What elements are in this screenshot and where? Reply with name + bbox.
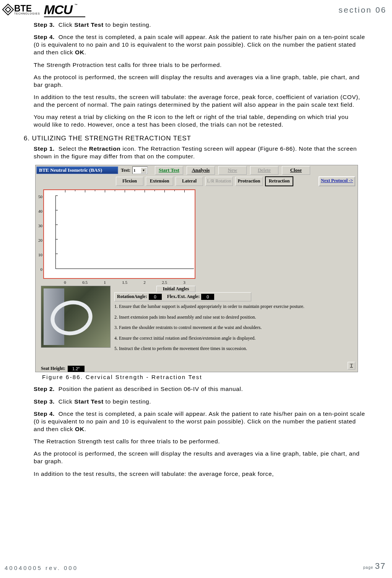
instruction-4: 4. Ensure the correct initial rotation a… bbox=[114, 335, 358, 342]
flex-ext-angle-input[interactable] bbox=[201, 294, 214, 300]
close-button[interactable]: Close bbox=[282, 166, 310, 175]
para-retraction-trials: The Retraction Strength test calls for t… bbox=[34, 438, 365, 445]
ytickmark bbox=[55, 195, 58, 196]
step-4-bottom: Step 4. Once the test is completed, a pa… bbox=[34, 410, 365, 433]
xtickmark bbox=[135, 190, 135, 191]
step-3b-bold: Start Test bbox=[74, 398, 103, 405]
app-titlebar: BTE Neutral Isometric (BAS) Test: 1 ▼ St… bbox=[36, 165, 358, 175]
xtick-1: 1 bbox=[100, 280, 109, 285]
xtickmark bbox=[184, 190, 185, 192]
initial-angles-row: RotationAngle: Flex./Ext. Angle: bbox=[114, 292, 251, 301]
ytickmark bbox=[55, 225, 58, 225]
page-header: BTE TECHNOLOGIES MCU ™ section 06 bbox=[0, 0, 392, 17]
page-indicator: page 37 bbox=[363, 561, 386, 571]
figure-caption: Figure 6-86. Cervical Strength - Retract… bbox=[42, 373, 365, 381]
tab-lateral[interactable]: Lateral bbox=[176, 177, 203, 186]
rotation-angle-input[interactable] bbox=[149, 294, 162, 300]
para-protraction-trials: The Strength Protraction test calls for … bbox=[34, 61, 365, 69]
chevron-down-icon: ▼ bbox=[141, 168, 146, 173]
mcu-text: MCU bbox=[44, 2, 72, 17]
tab-extension[interactable]: Extension bbox=[146, 177, 173, 186]
ytickmark bbox=[55, 210, 58, 210]
tab-flexion[interactable]: Flexion bbox=[116, 177, 143, 186]
new-button[interactable]: New bbox=[218, 166, 247, 175]
logo-block: BTE TECHNOLOGIES MCU ™ bbox=[4, 2, 85, 17]
instruction-2: 2. Insert extension pads into head assem… bbox=[114, 314, 358, 321]
initial-angles-title: Initial Angles bbox=[156, 286, 195, 292]
app-lower: Initial Angles RotationAngle: Flex./Ext.… bbox=[36, 286, 358, 372]
step-1-bold: Retraction bbox=[89, 145, 121, 152]
para-retest: You may retest a trial by clicking on th… bbox=[34, 113, 365, 129]
tab-lr-rotation[interactable]: L/R Rotation bbox=[205, 177, 233, 186]
delete-button[interactable]: Delete bbox=[250, 166, 278, 175]
ytick-40: 40 bbox=[34, 208, 42, 214]
bte-text: BTE bbox=[14, 5, 40, 13]
ytick-10: 10 bbox=[34, 252, 42, 257]
step-3b-pre: Click bbox=[59, 398, 75, 405]
xtickmark bbox=[115, 190, 115, 191]
step-3-bold: Start Test bbox=[74, 21, 103, 28]
page-label: page bbox=[363, 565, 373, 570]
xtickmark bbox=[145, 190, 145, 192]
bte-diamond-icon bbox=[2, 4, 14, 16]
para-tabulate-2: In addition to the test results, the scr… bbox=[34, 470, 365, 478]
x-axis bbox=[55, 269, 194, 269]
step-1-pre: Select the bbox=[59, 145, 89, 152]
doc-id: 40040005 rev. 000 bbox=[5, 565, 78, 571]
xtick-05: 0.5 bbox=[80, 280, 89, 285]
flex-ext-angle-label: Flex./Ext. Angle: bbox=[167, 294, 200, 300]
seat-height-input[interactable] bbox=[68, 366, 85, 372]
xtickmark bbox=[174, 190, 175, 191]
ytickmark bbox=[55, 239, 58, 239]
step-3-post: to begin testing. bbox=[104, 21, 151, 28]
xtickmark bbox=[164, 190, 165, 192]
start-test-button[interactable]: Start Test bbox=[155, 166, 183, 175]
xtick-2: 2 bbox=[140, 280, 149, 285]
app-window: BTE Neutral Isometric (BAS) Test: 1 ▼ St… bbox=[35, 165, 358, 372]
mcu-logo: MCU ™ bbox=[44, 2, 75, 17]
next-protocol-button[interactable]: Next Protocol -> bbox=[319, 176, 355, 186]
xtick-3: 3 bbox=[180, 280, 189, 285]
step-1: Step 1. Select the Retraction icon. The … bbox=[34, 145, 365, 160]
page-number: 37 bbox=[375, 561, 386, 571]
tab-protraction[interactable]: Protraction bbox=[235, 177, 263, 186]
bte-logo: BTE TECHNOLOGIES bbox=[4, 5, 40, 15]
tab-retraction[interactable]: Retraction bbox=[265, 176, 293, 186]
step-3-pre: Click bbox=[59, 21, 75, 28]
para-display-results: As the protocol is performed, the screen… bbox=[34, 73, 365, 89]
instruction-3: 3. Fasten the shoulder restraints to con… bbox=[114, 325, 358, 331]
step-3-prefix: Step 3. bbox=[34, 21, 55, 28]
app-title: BTE Neutral Isometric (BAS) bbox=[36, 166, 118, 174]
instruction-5: 5. Instruct the client to perform the mo… bbox=[114, 346, 358, 352]
test-number-select[interactable]: 1 ▼ bbox=[132, 166, 148, 174]
ytick-20: 20 bbox=[34, 238, 42, 243]
t-button[interactable]: T bbox=[348, 362, 355, 370]
analysis-button[interactable]: Analysis bbox=[187, 166, 215, 175]
ytick-30: 30 bbox=[34, 223, 42, 228]
mcu-logo-wrap: MCU ™ bbox=[44, 2, 85, 17]
step-4-bold: OK bbox=[75, 49, 84, 55]
instruction-1: 1. Ensure that the lumbar support is adj… bbox=[114, 304, 358, 310]
xtickmark bbox=[65, 190, 65, 192]
step-4b-bold: OK bbox=[75, 426, 84, 432]
xtickmark bbox=[125, 190, 125, 192]
step-4-top: Step 4. Once the test is completed, a pa… bbox=[34, 33, 365, 56]
main-content: Step 3. Click Start Test to begin testin… bbox=[0, 17, 392, 478]
xtick-15: 1.5 bbox=[120, 280, 129, 285]
bottom-text-block: Step 2. Position the patient as describe… bbox=[34, 385, 365, 477]
step-3b-prefix: Step 3. bbox=[34, 398, 55, 405]
step-2-body: Position the patient as described in Sec… bbox=[59, 386, 243, 392]
ytick-0: 0 bbox=[34, 267, 42, 272]
step-4-prefix: Step 4. bbox=[34, 34, 55, 40]
step-4-post: . bbox=[85, 49, 86, 55]
test-number-value: 1 bbox=[133, 168, 136, 173]
subheading: 6. UTILIZING THE STRENGTH RETRACTION TES… bbox=[24, 134, 365, 143]
test-label: Test: bbox=[121, 168, 130, 174]
xtickmark bbox=[105, 190, 105, 192]
step-4b-prefix: Step 4. bbox=[34, 410, 55, 417]
xtickmark bbox=[85, 190, 85, 192]
xtick-25: 2.5 bbox=[160, 280, 169, 285]
patient-photo bbox=[41, 286, 111, 348]
step-3b-post: to begin testing. bbox=[104, 398, 151, 405]
bte-subtext: TECHNOLOGIES bbox=[14, 13, 40, 15]
